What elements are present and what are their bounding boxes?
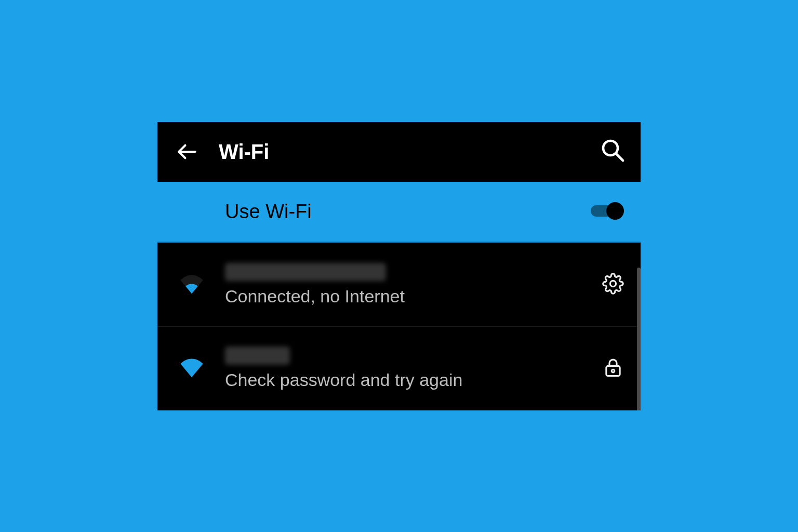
use-wifi-label: Use Wi-Fi xyxy=(225,201,312,223)
network-status: Connected, no Internet xyxy=(225,286,405,307)
back-arrow-icon[interactable] xyxy=(176,141,198,163)
page-title: Wi-Fi xyxy=(219,140,269,164)
svg-point-3 xyxy=(610,281,616,286)
network-status: Check password and try again xyxy=(225,370,462,390)
network-name-redacted xyxy=(225,347,290,365)
wifi-toggle[interactable] xyxy=(591,202,624,221)
gear-icon[interactable] xyxy=(602,273,624,297)
lock-icon xyxy=(602,356,624,380)
network-item[interactable]: Check password and try again xyxy=(157,326,641,410)
svg-point-5 xyxy=(611,369,615,373)
svg-rect-4 xyxy=(606,366,620,376)
network-item[interactable]: Connected, no Internet xyxy=(157,243,641,326)
toggle-thumb xyxy=(606,202,624,220)
use-wifi-row[interactable]: Use Wi-Fi xyxy=(157,182,641,243)
wifi-signal-icon xyxy=(176,271,207,298)
wifi-settings-screen: Wi-Fi Use Wi-Fi xyxy=(157,122,641,410)
search-icon[interactable] xyxy=(600,138,625,165)
wifi-signal-icon xyxy=(176,355,207,382)
header-bar: Wi-Fi xyxy=(157,122,641,182)
network-name-redacted xyxy=(225,263,386,281)
network-text: Check password and try again xyxy=(225,347,462,390)
scrollbar[interactable] xyxy=(637,268,641,410)
network-text: Connected, no Internet xyxy=(225,263,405,307)
svg-line-2 xyxy=(616,153,623,161)
